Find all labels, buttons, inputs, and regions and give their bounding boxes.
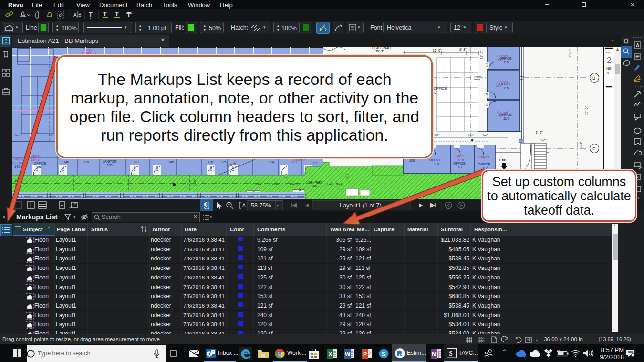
svg-text:112: 112	[482, 166, 488, 170]
svg-text:137: 137	[134, 160, 139, 164]
svg-text:OFFICE: OFFICE	[12, 161, 24, 165]
svg-text:3'–6": 3'–6"	[536, 131, 543, 134]
svg-text:4'–10": 4'–10"	[290, 182, 299, 186]
svg-text:2'–6": 2'–6"	[255, 182, 262, 186]
svg-text:11x sf: 11x sf	[31, 157, 41, 162]
svg-text:OFFICE: OFFICE	[434, 86, 447, 91]
svg-text:B: B	[592, 76, 595, 81]
svg-text:2'–4": 2'–4"	[579, 141, 582, 148]
svg-text:PR: PR	[606, 51, 611, 54]
svg-text:S: S	[449, 350, 453, 357]
svg-text:109: 109	[409, 159, 415, 162]
svg-text:A: A	[73, 12, 77, 18]
svg-text:140: 140	[133, 166, 136, 171]
svg-text:9'–2": 9'–2"	[482, 134, 489, 137]
svg-text:116: 116	[485, 63, 488, 67]
svg-text:17'–0": 17'–0"	[568, 49, 571, 58]
svg-text:8'–5": 8'–5"	[193, 179, 197, 186]
svg-text:30'–0": 30'–0"	[585, 106, 588, 115]
svg-text:138: 138	[107, 164, 113, 167]
svg-text:S: S	[382, 351, 386, 358]
svg-text:1'–0": 1'–0"	[327, 182, 334, 186]
svg-text:115: 115	[485, 93, 488, 97]
svg-text:11'–2": 11'–2"	[272, 182, 280, 186]
svg-text:114: 114	[503, 117, 509, 120]
svg-text:141: 141	[14, 165, 20, 168]
svg-text:141: 141	[62, 166, 64, 171]
svg-text:25'–2": 25'–2"	[375, 50, 384, 53]
svg-text:140: 140	[63, 160, 69, 164]
svg-text:T: T	[115, 10, 119, 18]
svg-text:116: 116	[503, 61, 509, 64]
svg-text:58.75%: 58.75%	[251, 202, 271, 209]
svg-text:110: 110	[434, 162, 439, 165]
svg-text:HALLWAY: HALLWAY	[308, 180, 322, 184]
svg-text:T: T	[89, 11, 93, 18]
svg-text:EXIT: EXIT	[499, 158, 507, 162]
svg-text:139: 139	[83, 160, 89, 164]
svg-text:JANITOR: JANITOR	[103, 160, 117, 163]
svg-text:N: N	[432, 351, 436, 358]
svg-text:9'–10": 9'–10"	[14, 134, 23, 137]
svg-text:5'–1": 5'–1"	[336, 182, 343, 186]
svg-text:OFFICE: OFFICE	[429, 158, 442, 162]
svg-text:139: 139	[156, 166, 158, 171]
svg-text:1'–2": 1'–2"	[467, 134, 475, 137]
svg-text:Carpet: Carpet	[478, 155, 489, 159]
svg-text:145: 145	[168, 160, 174, 164]
svg-text:138: 138	[209, 166, 212, 171]
svg-text:6'–8": 6'–8"	[459, 48, 467, 51]
svg-text:20: 20	[432, 91, 436, 95]
svg-text:OFFICE: OFFICE	[499, 83, 512, 86]
svg-text:122: 122	[312, 161, 318, 165]
svg-text:T: T	[127, 11, 131, 18]
svg-text:1'–1": 1'–1"	[48, 134, 55, 137]
svg-text:X: X	[329, 351, 332, 358]
svg-text:114: 114	[485, 102, 488, 106]
svg-text:W: W	[345, 351, 351, 358]
svg-text:8'–5": 8'–5"	[15, 179, 18, 186]
svg-text:T: T	[103, 10, 107, 18]
svg-text:OFFICE: OFFICE	[499, 57, 512, 60]
svg-text:125: 125	[221, 160, 227, 164]
svg-text:OFFICE: OFFICE	[478, 163, 490, 166]
svg-text:NE: NE	[606, 66, 611, 71]
svg-text:2: 2	[607, 56, 611, 65]
svg-text:A: A	[242, 203, 246, 208]
svg-text:141: 141	[37, 165, 43, 169]
svg-text:Layout1 (1 of 7): Layout1 (1 of 7)	[340, 202, 382, 209]
svg-text:OFFICE: OFFICE	[453, 162, 466, 165]
svg-text:▾: ▾	[536, 338, 538, 342]
svg-text:12'–0": 12'–0"	[480, 50, 483, 59]
svg-text:115: 115	[503, 86, 509, 90]
svg-text:126: 126	[208, 160, 213, 164]
svg-text:B: B	[78, 12, 82, 18]
svg-text:OFFICE: OFFICE	[499, 113, 512, 116]
svg-text:A: A	[636, 43, 639, 48]
svg-text:&: &	[607, 71, 609, 75]
svg-text:107: 107	[312, 184, 318, 187]
svg-text:▾: ▾	[277, 203, 279, 207]
svg-text:Flooring: Flooring	[293, 158, 305, 162]
svg-text:111: 111	[457, 165, 463, 169]
svg-text:OFFICE: OFFICE	[34, 162, 46, 165]
svg-text:16'–0": 16'–0"	[433, 49, 442, 52]
svg-text:P: P	[363, 351, 367, 358]
svg-text:124: 124	[269, 160, 274, 164]
svg-text:Carpet: Carpet	[13, 157, 23, 161]
svg-text:2'–6": 2'–6"	[540, 138, 547, 142]
svg-text:C: C	[592, 146, 596, 151]
